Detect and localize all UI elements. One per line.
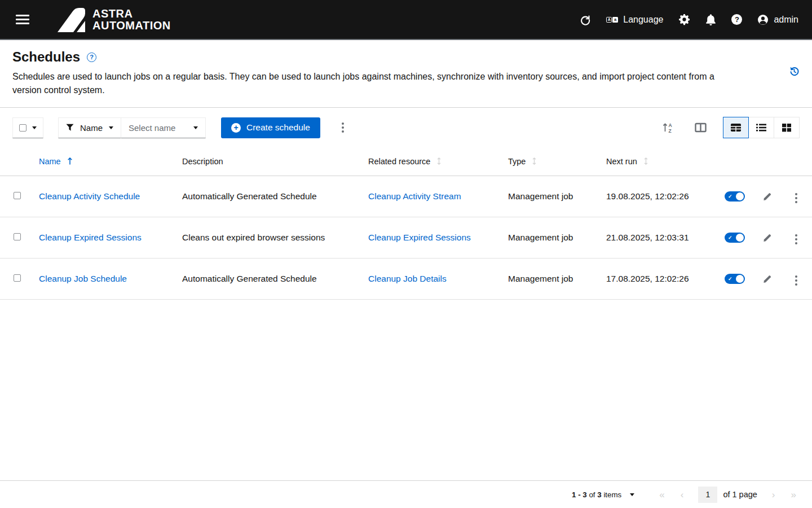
list-view-button[interactable] — [748, 117, 774, 138]
row-kebab-menu[interactable] — [793, 232, 800, 247]
schedule-description: Automatically Generated Schedule — [182, 191, 317, 201]
schedule-description: Automatically Generated Schedule — [182, 274, 317, 283]
sort-ascending-icon — [67, 157, 73, 165]
previous-page-button[interactable]: ‹ — [678, 489, 686, 501]
filter-placeholder: Select name — [129, 123, 175, 133]
username: admin — [774, 15, 798, 25]
next-run-value: 21.08.2025, 12:03:31 — [606, 233, 689, 242]
masthead-right: Aa Language ? — [580, 14, 798, 25]
page-help-icon[interactable]: ? — [87, 52, 96, 62]
sort-by-name-header[interactable]: Name — [39, 157, 73, 166]
schedule-name-link[interactable]: Cleanup Job Schedule — [39, 274, 127, 283]
schedule-name-link[interactable]: Cleanup Activity Schedule — [39, 191, 140, 201]
check-icon: ✓ — [728, 235, 732, 240]
next-run-value: 19.08.2025, 12:02:26 — [606, 191, 689, 201]
schedule-type: Management job — [508, 274, 573, 283]
enabled-toggle[interactable]: ✓ — [725, 191, 745, 202]
page-description: Schedules are used to launch jobs on a r… — [12, 70, 745, 97]
items-per-page-toggle[interactable]: 1 - 3 of 3 items — [572, 491, 634, 499]
masthead: ASTRA AUTOMATION Aa Language — [0, 0, 812, 40]
user-menu-button[interactable]: admin — [757, 14, 798, 25]
row-checkbox[interactable] — [14, 233, 21, 240]
row-kebab-menu[interactable] — [793, 191, 800, 205]
pagination-summary: 1 - 3 of 3 items — [572, 491, 621, 499]
create-schedule-label: Create schedule — [246, 122, 310, 133]
current-page-input[interactable] — [698, 487, 717, 503]
schedule-name-link[interactable]: Cleanup Expired Sessions — [39, 233, 142, 242]
related-resource-link[interactable]: Cleanup Expired Sessions — [368, 233, 471, 242]
help-button[interactable]: ? — [731, 14, 742, 25]
refresh-button[interactable] — [580, 14, 591, 25]
svg-text:Z: Z — [669, 128, 672, 133]
history-button[interactable] — [789, 66, 800, 78]
page-count-label: of 1 page — [723, 490, 757, 499]
page-title: Schedules — [12, 49, 80, 65]
related-resource-header-label: Related resource — [368, 157, 430, 166]
filter-icon — [66, 124, 74, 132]
brand-logo[interactable]: ASTRA AUTOMATION — [54, 7, 171, 32]
sort-by-next-run-header[interactable]: Next run — [606, 157, 648, 166]
sort-by-type-header[interactable]: Type — [508, 157, 537, 166]
toolbar-kebab-menu[interactable] — [339, 120, 346, 135]
edit-schedule-button[interactable] — [760, 271, 774, 286]
row-checkbox[interactable] — [14, 274, 21, 282]
create-schedule-button[interactable]: + Create schedule — [221, 117, 320, 138]
chevron-down-icon — [193, 126, 198, 129]
language-label: Language — [623, 15, 663, 25]
notifications-button[interactable] — [705, 14, 716, 25]
pencil-icon — [762, 274, 772, 283]
history-icon — [789, 66, 800, 77]
language-icon: Aa — [606, 17, 618, 23]
brand-line1: ASTRA — [92, 8, 171, 20]
enabled-toggle[interactable]: ✓ — [725, 274, 745, 284]
last-page-button[interactable]: » — [789, 489, 798, 501]
language-menu-button[interactable]: Aa Language — [606, 15, 663, 25]
gear-icon — [678, 14, 690, 25]
manage-columns-button[interactable] — [692, 120, 709, 135]
next-page-button[interactable]: › — [770, 489, 778, 501]
sort-both-icon — [643, 157, 648, 165]
enabled-toggle[interactable]: ✓ — [725, 233, 745, 243]
chevron-down-icon — [109, 126, 113, 129]
table-row: Cleanup Activity Schedule Automatically … — [0, 176, 812, 217]
sort-button[interactable]: A Z — [660, 120, 676, 135]
name-header-label: Name — [39, 157, 61, 166]
bulk-select-toggle[interactable] — [12, 117, 43, 138]
app-root: ASTRA AUTOMATION Aa Language — [0, 0, 812, 508]
svg-text:A: A — [669, 122, 672, 128]
pencil-icon — [762, 233, 772, 242]
description-header-label: Description — [182, 157, 223, 166]
filter-attribute-toggle[interactable]: Name — [58, 117, 121, 138]
sort-az-icon: A Z — [662, 122, 673, 133]
refresh-icon — [580, 14, 591, 25]
page-header: Schedules ? Schedules are used to launch… — [0, 40, 812, 108]
pagination-bar: 1 - 3 of 3 items « ‹ of 1 page › » — [0, 480, 812, 508]
sort-both-icon — [436, 157, 442, 165]
related-resource-link[interactable]: Cleanup Activity Stream — [368, 191, 461, 201]
bulk-select-checkbox[interactable] — [19, 124, 27, 132]
nav-toggle-button[interactable] — [14, 12, 32, 27]
next-run-header-label: Next run — [606, 157, 637, 166]
row-kebab-menu[interactable] — [793, 273, 800, 288]
toggle-knob — [736, 192, 744, 200]
table-row: Cleanup Job Schedule Automatically Gener… — [0, 258, 812, 299]
related-resource-link[interactable]: Cleanup Job Details — [368, 274, 447, 283]
edit-schedule-button[interactable] — [760, 189, 774, 203]
settings-button[interactable] — [678, 14, 690, 25]
brand-line2: AUTOMATION — [92, 20, 171, 32]
table-view-button[interactable] — [723, 117, 749, 138]
bell-icon — [705, 14, 716, 25]
card-view-button[interactable] — [774, 117, 800, 138]
first-page-button[interactable]: « — [657, 489, 667, 501]
sort-by-related-resource-header[interactable]: Related resource — [368, 157, 442, 166]
page-title-row: Schedules ? — [12, 49, 800, 65]
pagination-nav: « ‹ of 1 page › » — [634, 487, 798, 503]
view-toggle-group — [723, 117, 800, 138]
edit-schedule-button[interactable] — [760, 230, 774, 244]
filter-value-select[interactable]: Select name — [121, 117, 206, 138]
table-row: Cleanup Expired Sessions Cleans out expi… — [0, 217, 812, 258]
row-checkbox[interactable] — [14, 192, 21, 199]
toggle-knob — [736, 234, 744, 242]
content-spacer — [0, 300, 812, 481]
schedules-table: Name Description Related resource — [0, 147, 812, 300]
